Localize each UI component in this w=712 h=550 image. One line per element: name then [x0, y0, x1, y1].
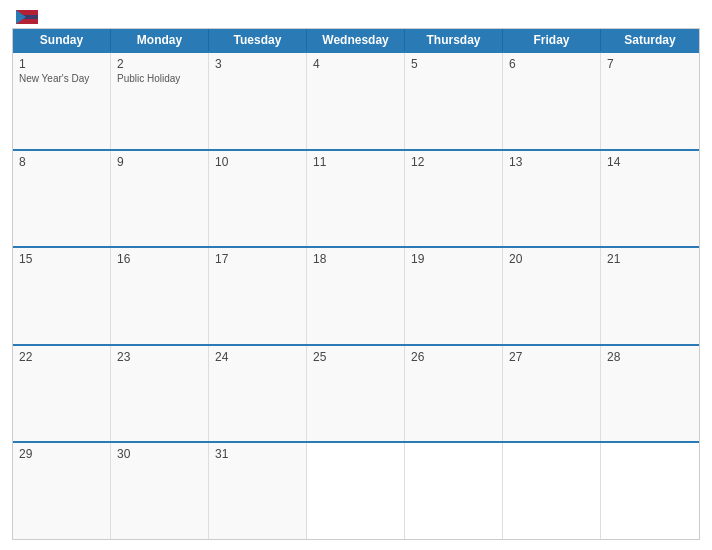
day-number: 2 — [117, 57, 202, 71]
day-number: 27 — [509, 350, 594, 364]
day-number: 14 — [607, 155, 693, 169]
calendar-cell-7: 7 — [601, 53, 699, 149]
day-number: 12 — [411, 155, 496, 169]
calendar-week-3: 15161718192021 — [13, 246, 699, 344]
day-number: 6 — [509, 57, 594, 71]
calendar-cell-5: 5 — [405, 53, 503, 149]
calendar-cell-6: 6 — [503, 53, 601, 149]
day-number: 23 — [117, 350, 202, 364]
calendar-cell-3: 3 — [209, 53, 307, 149]
calendar-cell-empty-5 — [503, 443, 601, 539]
day-number: 17 — [215, 252, 300, 266]
calendar-body: 1New Year's Day2Public Holiday3456789101… — [13, 51, 699, 539]
day-number: 25 — [313, 350, 398, 364]
calendar-cell-14: 14 — [601, 151, 699, 247]
day-number: 19 — [411, 252, 496, 266]
calendar-cell-21: 21 — [601, 248, 699, 344]
calendar-cell-1: 1New Year's Day — [13, 53, 111, 149]
calendar-cell-10: 10 — [209, 151, 307, 247]
calendar-cell-25: 25 — [307, 346, 405, 442]
weekday-header-thursday: Thursday — [405, 29, 503, 51]
calendar-cell-13: 13 — [503, 151, 601, 247]
calendar-cell-30: 30 — [111, 443, 209, 539]
day-number: 24 — [215, 350, 300, 364]
day-number: 13 — [509, 155, 594, 169]
day-number: 26 — [411, 350, 496, 364]
calendar-cell-26: 26 — [405, 346, 503, 442]
calendar-cell-11: 11 — [307, 151, 405, 247]
calendar-week-2: 891011121314 — [13, 149, 699, 247]
day-number: 8 — [19, 155, 104, 169]
calendar-cell-24: 24 — [209, 346, 307, 442]
calendar-cell-empty-6 — [601, 443, 699, 539]
day-number: 3 — [215, 57, 300, 71]
logo-flag-icon — [16, 10, 38, 24]
weekday-header-sunday: Sunday — [13, 29, 111, 51]
day-number: 15 — [19, 252, 104, 266]
calendar-page: SundayMondayTuesdayWednesdayThursdayFrid… — [0, 0, 712, 550]
calendar-cell-23: 23 — [111, 346, 209, 442]
calendar-cell-29: 29 — [13, 443, 111, 539]
calendar-cell-empty-3 — [307, 443, 405, 539]
calendar-cell-16: 16 — [111, 248, 209, 344]
calendar-week-5: 293031 — [13, 441, 699, 539]
calendar-cell-15: 15 — [13, 248, 111, 344]
holiday-label: New Year's Day — [19, 73, 104, 84]
calendar-cell-empty-4 — [405, 443, 503, 539]
calendar-cell-31: 31 — [209, 443, 307, 539]
day-number: 5 — [411, 57, 496, 71]
calendar-cell-20: 20 — [503, 248, 601, 344]
calendar-cell-27: 27 — [503, 346, 601, 442]
day-number: 11 — [313, 155, 398, 169]
calendar-cell-28: 28 — [601, 346, 699, 442]
day-number: 21 — [607, 252, 693, 266]
calendar-cell-8: 8 — [13, 151, 111, 247]
holiday-label: Public Holiday — [117, 73, 202, 84]
calendar-cell-9: 9 — [111, 151, 209, 247]
calendar-cell-19: 19 — [405, 248, 503, 344]
day-number: 31 — [215, 447, 300, 461]
calendar-grid: SundayMondayTuesdayWednesdayThursdayFrid… — [12, 28, 700, 540]
day-number: 28 — [607, 350, 693, 364]
weekday-header-tuesday: Tuesday — [209, 29, 307, 51]
day-number: 16 — [117, 252, 202, 266]
day-number: 30 — [117, 447, 202, 461]
calendar-week-1: 1New Year's Day2Public Holiday34567 — [13, 51, 699, 149]
day-number: 7 — [607, 57, 693, 71]
calendar-header — [12, 10, 700, 24]
day-number: 1 — [19, 57, 104, 71]
day-number: 9 — [117, 155, 202, 169]
day-number: 29 — [19, 447, 104, 461]
day-number: 18 — [313, 252, 398, 266]
calendar-cell-18: 18 — [307, 248, 405, 344]
calendar-cell-2: 2Public Holiday — [111, 53, 209, 149]
day-number: 4 — [313, 57, 398, 71]
weekday-header-friday: Friday — [503, 29, 601, 51]
day-number: 10 — [215, 155, 300, 169]
weekday-header-monday: Monday — [111, 29, 209, 51]
day-number: 20 — [509, 252, 594, 266]
weekday-header-saturday: Saturday — [601, 29, 699, 51]
calendar-weekday-header: SundayMondayTuesdayWednesdayThursdayFrid… — [13, 29, 699, 51]
calendar-cell-17: 17 — [209, 248, 307, 344]
calendar-week-4: 22232425262728 — [13, 344, 699, 442]
day-number: 22 — [19, 350, 104, 364]
calendar-cell-12: 12 — [405, 151, 503, 247]
calendar-cell-22: 22 — [13, 346, 111, 442]
calendar-cell-4: 4 — [307, 53, 405, 149]
weekday-header-wednesday: Wednesday — [307, 29, 405, 51]
logo — [12, 10, 40, 24]
